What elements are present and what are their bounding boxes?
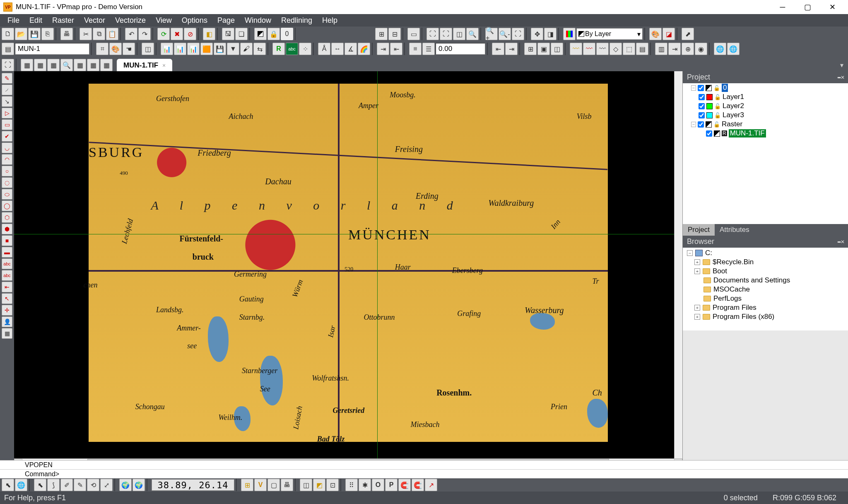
browser-folder-row[interactable]: +$Recycle.Bin	[683, 258, 848, 267]
browser-folder-row[interactable]: +Boot	[683, 267, 848, 276]
linewidth-input[interactable]	[436, 43, 485, 55]
p-mode-button[interactable]: P	[385, 479, 398, 491]
browser-folder-row[interactable]: MSOCache	[683, 285, 848, 294]
mtext-tool[interactable]: abc	[2, 270, 12, 281]
browser-panel-header[interactable]: Browser ▪▪▪ ✕	[683, 236, 848, 248]
document-tab-close-icon[interactable]: ×	[162, 62, 166, 69]
layer-row[interactable]: 🔓 Layer1	[683, 92, 848, 101]
chart-4-button[interactable]: 🟧	[200, 43, 213, 55]
list-2-button[interactable]: ⇥	[668, 43, 681, 55]
point-tool[interactable]: ✛	[2, 305, 12, 316]
snap-3-button[interactable]: ⊡	[326, 479, 339, 491]
key-icon[interactable]: 0	[281, 28, 293, 40]
trace-3-button[interactable]: 〰	[596, 43, 609, 55]
magnet-1-button[interactable]: 🧲	[398, 479, 411, 491]
cut-button[interactable]: ✂	[80, 28, 92, 40]
menu-vectorize[interactable]: Vectorize	[110, 14, 151, 27]
vertical-scrollbar[interactable]	[674, 71, 682, 458]
rect-tool[interactable]: ▭	[2, 119, 12, 130]
magnet-2-button[interactable]: 🧲	[412, 479, 424, 491]
angle-button[interactable]: ∡	[344, 43, 357, 55]
window-button[interactable]: ▢	[267, 479, 280, 491]
menu-page[interactable]: Page	[212, 14, 240, 27]
menu-options[interactable]: Options	[177, 14, 212, 27]
layer-visible-checkbox[interactable]	[698, 121, 704, 128]
minimize-button[interactable]: ─	[770, 0, 795, 14]
layer-row[interactable]: − 🔓 Raster	[683, 120, 848, 129]
expand-toggle[interactable]: +	[694, 268, 700, 274]
linewidth-stack-icon[interactable]: ☰	[422, 43, 435, 55]
layer-visible-checkbox[interactable]	[699, 103, 705, 109]
grid-button[interactable]: ⊞	[524, 43, 537, 55]
menu-file[interactable]: File	[2, 14, 24, 27]
drawing-canvas[interactable]: MÜNCHEN 520 A l p e n v o r l a n d SBUR…	[14, 71, 674, 458]
linewidth-icon[interactable]: ≡	[409, 43, 422, 55]
print-button[interactable]: 🖶	[60, 28, 73, 40]
layer-visible-checkbox[interactable]	[699, 112, 705, 118]
view-tool-button[interactable]: ⛶	[2, 59, 14, 71]
world-1-button[interactable]: 🌐	[714, 43, 726, 55]
zoom-fit-button[interactable]: ⛶	[512, 28, 524, 40]
frame-button[interactable]: ▣	[537, 43, 550, 55]
line-tool[interactable]: ⟋	[2, 84, 12, 95]
view-search[interactable]: 🔍	[60, 59, 73, 71]
tab-attributes[interactable]: Attributes	[715, 224, 754, 236]
browser-folder-row[interactable]: PerfLogs	[683, 294, 848, 303]
tab-list-dropdown[interactable]: ▾	[836, 59, 848, 71]
properties-button[interactable]: ⌗	[96, 43, 108, 55]
o-mode-button[interactable]: O	[372, 479, 384, 491]
chart-2-button[interactable]: 📊	[174, 43, 186, 55]
pan-button[interactable]: ✥	[531, 28, 543, 40]
close-button[interactable]: ✕	[820, 0, 845, 14]
target-button[interactable]: ✱	[359, 479, 371, 491]
redo-button[interactable]: ↷	[138, 28, 151, 40]
rotate-tool[interactable]: ⟲	[87, 479, 99, 491]
chart-3-button[interactable]: 📊	[187, 43, 200, 55]
view-table-6[interactable]: ▦	[100, 59, 113, 71]
browser-tree[interactable]: − C: +$Recycle.Bin+BootDocuments and Set…	[683, 248, 848, 330]
filter-button[interactable]: ▼	[227, 43, 239, 55]
browser-drive-row[interactable]: − C:	[683, 248, 848, 258]
pencil-tool[interactable]: ✎	[2, 73, 12, 84]
raster-stack-button[interactable]: ❏	[235, 28, 248, 40]
gradient-button[interactable]: 🌈	[358, 43, 370, 55]
select-arrow-button[interactable]: ⬈	[682, 28, 694, 40]
stop-button[interactable]: ✖	[171, 28, 183, 40]
scale-tool[interactable]: ⤢	[100, 479, 113, 491]
tab-project[interactable]: Project	[683, 224, 715, 236]
layer-row[interactable]: 🔓 Layer3	[683, 111, 848, 120]
panel-menu-icon[interactable]: ▪▪▪ ✕	[837, 239, 844, 245]
brush-button[interactable]: 🖌	[240, 43, 253, 55]
hex-tool[interactable]: ⬢	[2, 224, 12, 234]
layer-row[interactable]: 🔓 Layer2	[683, 101, 848, 111]
page-list-button[interactable]: ▤	[2, 43, 14, 55]
list-3-button[interactable]: ⊕	[682, 43, 694, 55]
expand-toggle[interactable]: +	[694, 305, 700, 311]
panel-menu-icon[interactable]: ▪▪▪ ✕	[837, 75, 844, 80]
pick-tool[interactable]: ⬉	[2, 479, 14, 491]
v-mode-button[interactable]: V	[254, 479, 267, 491]
zoom-in-button[interactable]: 🔍+	[485, 28, 498, 40]
zoom-out-button[interactable]: 🔍-	[499, 28, 511, 40]
project-tree[interactable]: − 🔓 0 🔓 Layer1 🔓 Layer2 🔓	[683, 83, 848, 224]
ruler-button[interactable]: ↔	[331, 43, 344, 55]
list-4-button[interactable]: ◉	[695, 43, 707, 55]
select-tool[interactable]: ⬉	[34, 479, 46, 491]
page-button[interactable]: ▭	[407, 28, 420, 40]
browser-folder-row[interactable]: +Program Files (x86)	[683, 312, 848, 321]
zoom-button[interactable]: 🔍	[466, 28, 479, 40]
menu-vector[interactable]: Vector	[79, 14, 110, 27]
palette-lock-button[interactable]: ◪	[662, 28, 675, 40]
trace-2-button[interactable]: 〰	[583, 43, 595, 55]
triangle-tool[interactable]: ▷	[2, 108, 12, 118]
zoom-region-button[interactable]: ◫	[453, 28, 465, 40]
copy-button[interactable]: ⧉	[93, 28, 105, 40]
lasso-tool[interactable]: ⟆	[47, 479, 60, 491]
polyline-tool[interactable]: ✔	[2, 131, 12, 142]
chart-save-button[interactable]: 💾	[214, 43, 226, 55]
ortho-button[interactable]: ↗	[425, 479, 437, 491]
snap-2-button[interactable]: ◩	[313, 479, 325, 491]
arc-down-tool[interactable]: ◡	[2, 142, 12, 153]
layer-visible-checkbox[interactable]	[698, 85, 704, 91]
ellipse-tool[interactable]: ⬭	[2, 189, 12, 200]
